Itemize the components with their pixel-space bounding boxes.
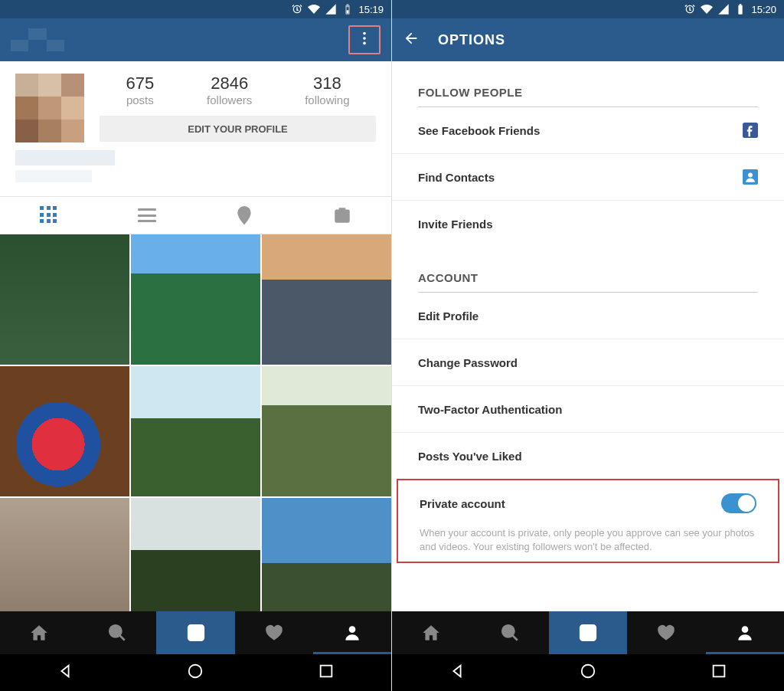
camera-icon [186, 623, 206, 643]
tab-tagged[interactable] [293, 197, 391, 234]
svg-point-18 [741, 626, 748, 633]
photo-thumbnail[interactable] [131, 498, 260, 611]
svg-rect-20 [713, 666, 724, 677]
option-two-factor[interactable]: Two-Factor Authentication [392, 386, 784, 433]
overflow-menu-highlighted[interactable] [348, 25, 381, 54]
contacts-icon [743, 169, 758, 185]
nav-back[interactable] [449, 663, 466, 683]
nav-back[interactable] [57, 663, 74, 683]
wifi-icon [701, 3, 713, 15]
nav-home[interactable] [187, 663, 204, 683]
option-change-password[interactable]: Change Password [392, 339, 784, 386]
option-label: See Facebook Friends [418, 124, 540, 137]
view-mode-tabs [0, 197, 391, 234]
option-private-account[interactable]: Private account [398, 480, 778, 526]
android-nav-bar [392, 654, 784, 691]
options-header: OPTIONS [392, 18, 784, 61]
home-icon [421, 623, 441, 643]
stat-posts[interactable]: 675 posts [126, 74, 154, 106]
stat-followers[interactable]: 2846 followers [207, 74, 252, 106]
tab-search[interactable] [78, 611, 156, 654]
photo-thumbnail[interactable] [262, 366, 391, 496]
option-see-facebook-friends[interactable]: See Facebook Friends [392, 107, 784, 154]
tab-activity[interactable] [235, 611, 313, 654]
option-edit-profile[interactable]: Edit Profile [392, 293, 784, 339]
person-icon [735, 623, 755, 643]
photo-thumbnail[interactable] [131, 234, 260, 365]
svg-point-0 [363, 32, 366, 35]
bottom-tab-bar [392, 611, 784, 654]
option-label: Change Password [418, 356, 518, 369]
search-icon [500, 623, 520, 643]
svg-point-3 [243, 211, 247, 215]
nav-recent[interactable] [710, 663, 727, 683]
tab-search[interactable] [470, 611, 548, 654]
square-recent-icon [710, 663, 727, 680]
option-label: Edit Profile [418, 309, 479, 323]
tab-list-view[interactable] [98, 197, 196, 234]
status-bar: 15:19 [0, 0, 391, 18]
tab-activity[interactable] [627, 611, 705, 654]
photo-thumbnail[interactable] [0, 498, 129, 611]
nav-recent[interactable] [318, 663, 335, 683]
wifi-icon [308, 3, 320, 15]
alarm-icon [291, 3, 303, 15]
svg-point-17 [584, 629, 593, 637]
svg-point-2 [363, 42, 366, 45]
nav-home[interactable] [580, 663, 596, 683]
photo-grid [0, 234, 391, 611]
photo-thumbnail[interactable] [262, 234, 391, 365]
tagged-photos-icon [332, 205, 352, 225]
list-icon [138, 208, 156, 222]
posts-label: posts [126, 93, 154, 106]
tab-grid-view[interactable] [0, 197, 98, 234]
photo-thumbnail[interactable] [0, 366, 129, 496]
svg-point-8 [191, 629, 200, 637]
back-button[interactable] [403, 30, 420, 50]
following-label: following [305, 93, 349, 106]
edit-profile-button[interactable]: EDIT YOUR PROFILE [100, 116, 376, 142]
tab-places[interactable] [196, 197, 294, 234]
circle-home-icon [580, 663, 596, 680]
stat-following[interactable]: 318 following [305, 74, 349, 106]
svg-point-9 [349, 626, 356, 633]
photo-thumbnail[interactable] [262, 498, 391, 611]
tab-camera[interactable] [549, 611, 627, 654]
svg-point-15 [502, 625, 514, 637]
posts-count: 675 [126, 74, 154, 93]
following-count: 318 [305, 74, 349, 93]
option-label: Find Contacts [418, 171, 495, 184]
photo-thumbnail[interactable] [0, 234, 129, 365]
arrow-back-icon [403, 30, 420, 47]
heart-bubble-icon [656, 623, 676, 643]
tab-home[interactable] [392, 611, 470, 654]
option-posts-liked[interactable]: Posts You've Liked [392, 433, 784, 479]
profile-name-area [0, 142, 391, 196]
tab-home[interactable] [0, 611, 78, 654]
battery-icon [341, 3, 354, 15]
svg-point-1 [363, 37, 366, 40]
photo-thumbnail[interactable] [131, 366, 260, 496]
option-label: Two-Factor Authentication [418, 403, 562, 416]
svg-point-19 [582, 665, 595, 678]
home-icon [29, 623, 49, 643]
search-icon [107, 623, 127, 643]
alarm-icon [684, 3, 696, 15]
signal-icon [717, 3, 730, 15]
tab-profile[interactable] [313, 611, 391, 654]
option-label: Invite Friends [418, 218, 493, 231]
private-account-toggle[interactable] [721, 493, 756, 513]
username-blurred [11, 28, 64, 51]
option-invite-friends[interactable]: Invite Friends [392, 201, 784, 247]
page-title: OPTIONS [438, 32, 505, 48]
android-nav-bar [0, 654, 391, 691]
svg-rect-11 [320, 666, 332, 677]
triangle-back-icon [449, 663, 466, 680]
tab-camera[interactable] [156, 611, 234, 654]
status-time: 15:19 [358, 4, 384, 15]
option-find-contacts[interactable]: Find Contacts [392, 154, 784, 201]
tab-profile[interactable] [706, 611, 784, 654]
profile-header [0, 18, 391, 61]
private-account-description: When your account is private, only peopl… [398, 526, 778, 554]
triangle-back-icon [57, 663, 74, 680]
